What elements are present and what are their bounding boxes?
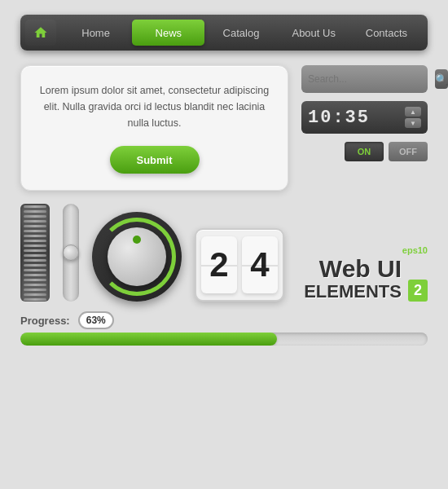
nav-item-about[interactable]: About Us <box>278 20 350 46</box>
right-widgets: 🔍 10:35 ▲ ▼ ON OFF <box>301 65 428 191</box>
slider-line <box>24 274 46 276</box>
form-body-text: Lorem ipsum dolor sit amet, consectetur … <box>36 82 273 131</box>
slider-line <box>24 279 46 281</box>
slider-line <box>24 254 46 257</box>
brand-web: Web UI <box>304 255 402 282</box>
vertical-slider[interactable] <box>20 204 50 302</box>
slider-line <box>24 240 46 242</box>
slider-line <box>24 230 46 232</box>
part2-badge: 2 <box>408 280 428 302</box>
bottom-row: 2 4 eps10 Web UI ELEMENTS 2 <box>20 204 428 302</box>
knob[interactable] <box>92 212 182 302</box>
flip-clock: 2 4 <box>195 228 284 302</box>
eps-label: eps10 <box>402 245 428 255</box>
nav-item-home[interactable]: Home <box>59 20 132 46</box>
slider-line <box>24 215 46 218</box>
slider-thumb[interactable] <box>63 244 79 261</box>
search-button[interactable]: 🔍 <box>435 69 448 89</box>
search-icon: 🔍 <box>435 73 448 86</box>
slider-line <box>24 284 46 286</box>
toggle-off-button[interactable]: OFF <box>389 142 428 161</box>
progress-percent-bubble: 63% <box>78 311 114 329</box>
brand-title-row: Web UI ELEMENTS 2 <box>304 255 428 302</box>
progress-bar-fill <box>20 333 277 346</box>
navbar: Home News Catalog About Us Contacts <box>20 15 428 51</box>
clock-down-arrow[interactable]: ▼ <box>405 118 421 128</box>
brand-elements: ELEMENTS <box>304 282 402 302</box>
progress-label-row: Progress: 63% <box>20 311 428 329</box>
slider-line <box>24 220 46 222</box>
slider-line <box>24 210 46 213</box>
slider-line <box>24 298 46 301</box>
clock-widget: 10:35 ▲ ▼ <box>301 101 428 134</box>
horizontal-slider[interactable] <box>63 204 79 302</box>
brand-title: Web UI ELEMENTS <box>304 255 402 302</box>
slider-line <box>24 293 46 296</box>
progress-section: Progress: 63% <box>20 311 428 346</box>
slider-line <box>24 264 46 267</box>
clock-time: 10:35 <box>308 108 370 128</box>
slider-line <box>24 259 46 262</box>
search-bar: 🔍 <box>301 65 428 93</box>
submit-button[interactable]: Submit <box>110 146 200 174</box>
progress-bar-track <box>20 333 428 346</box>
flip-digit-2: 4 <box>242 236 278 293</box>
slider-line <box>24 235 46 237</box>
progress-label: Progress: <box>20 315 70 327</box>
knob-ring <box>98 218 176 296</box>
flip-digit-1: 2 <box>201 236 237 293</box>
slider-line <box>24 244 46 247</box>
main-area: Lorem ipsum dolor sit amet, consectetur … <box>20 65 428 191</box>
toggle-widget: ON OFF <box>301 142 428 161</box>
clock-up-arrow[interactable]: ▲ <box>405 107 421 117</box>
nav-item-news[interactable]: News <box>132 20 204 46</box>
slider-lines <box>24 205 46 301</box>
slider-line <box>24 269 46 271</box>
slider-line <box>24 289 46 291</box>
nav-item-catalog[interactable]: Catalog <box>204 20 277 46</box>
search-input[interactable] <box>308 73 430 85</box>
slider-line <box>24 205 46 208</box>
toggle-on-button[interactable]: ON <box>345 142 384 161</box>
slider-line <box>24 249 46 252</box>
nav-item-contacts[interactable]: Contacts <box>350 20 423 46</box>
branding: eps10 Web UI ELEMENTS 2 <box>297 245 428 302</box>
slider-line <box>24 225 46 227</box>
form-card: Lorem ipsum dolor sit amet, consectetur … <box>20 65 288 191</box>
clock-arrows: ▲ ▼ <box>405 107 421 128</box>
nav-home-button[interactable] <box>25 20 56 46</box>
